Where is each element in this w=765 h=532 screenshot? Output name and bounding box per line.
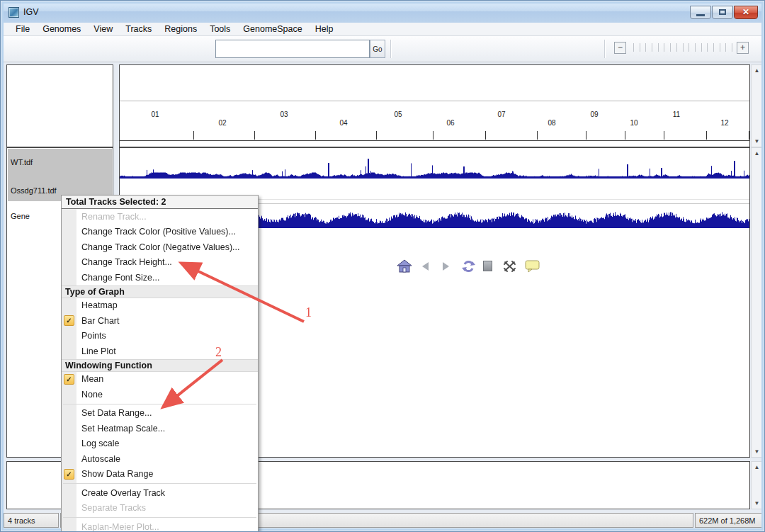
chromosome-label-09[interactable]: 09 [590, 111, 598, 118]
chromosome-label-06[interactable]: 06 [446, 119, 454, 127]
scroll-up-icon[interactable]: ▲ [752, 148, 762, 159]
menu-help[interactable]: Help [309, 23, 340, 35]
minimize-button[interactable] [690, 6, 711, 19]
zoom-tick[interactable] [640, 43, 640, 52]
chromosome-label-04[interactable]: 04 [339, 119, 347, 127]
go-button[interactable]: Go [370, 40, 385, 58]
zoom-tick[interactable] [670, 43, 671, 52]
menu-item-kaplan-meier-plot[interactable]: Kaplan-Meier Plot... [62, 519, 258, 532]
menu-item-set-heatmap-scale[interactable]: Set Heatmap Scale... [62, 421, 258, 436]
menu-item-change-track-height[interactable]: Change Track Height... [62, 255, 258, 271]
chromosome-tick [485, 131, 486, 140]
close-icon: ✕ [742, 7, 749, 17]
main-scrollbar[interactable]: ▲ ▼ [751, 147, 763, 458]
zoom-tick[interactable] [720, 43, 720, 52]
chromosome-ruler[interactable]: 010203040506070809101112 [119, 64, 750, 147]
scroll-down-icon[interactable]: ▼ [752, 498, 762, 509]
menu-regions[interactable]: Regions [158, 23, 203, 35]
menu-section-windowing-function: Windowing Function [62, 359, 258, 372]
menu-view[interactable]: View [87, 23, 119, 35]
chromosome-label-03[interactable]: 03 [280, 111, 288, 118]
menu-item-label: None [76, 390, 103, 400]
menu-item-set-data-range[interactable]: Set Data Range... [62, 406, 258, 421]
menu-file[interactable]: File [9, 23, 36, 35]
menu-item-label: Set Heatmap Scale... [76, 424, 165, 434]
chromosome-label-01[interactable]: 01 [151, 111, 159, 118]
menu-item-label: Create Overlay Track [76, 488, 165, 498]
zoom-tick[interactable] [676, 43, 677, 52]
title-bar[interactable]: IGV ✕ [1, 1, 764, 23]
menu-item-change-track-color-positive-values[interactable]: Change Track Color (Positive Values)... [62, 225, 258, 240]
zoom-tick[interactable] [688, 43, 689, 52]
menu-item-heatmap[interactable]: Heatmap [62, 298, 258, 314]
wt-track-data[interactable] [120, 157, 749, 179]
chromosome-label-05[interactable]: 05 [394, 111, 402, 118]
menu-genomes[interactable]: Genomes [36, 23, 87, 35]
menu-item-separate-tracks[interactable]: Separate Tracks [62, 501, 258, 516]
scroll-down-icon[interactable]: ▼ [752, 446, 762, 457]
menu-item-bar-chart[interactable]: ✓Bar Chart [62, 313, 258, 329]
bottom-scrollbar[interactable]: ▲ ▼ [751, 461, 763, 509]
scroll-up-icon[interactable]: ▲ [752, 65, 762, 76]
maximize-button[interactable] [712, 6, 733, 19]
zoom-tick[interactable] [645, 43, 646, 52]
locus-search-input[interactable] [215, 40, 370, 58]
menu-item-rename-track[interactable]: Rename Track... [62, 209, 258, 225]
chromosome-tick [625, 131, 625, 140]
zoom-tick[interactable] [658, 43, 659, 52]
menu-item-autoscale[interactable]: Autoscale [62, 451, 258, 467]
menu-genomespace[interactable]: GenomeSpace [237, 23, 308, 35]
menu-item-line-plot[interactable]: Line Plot [62, 344, 258, 359]
zoom-out-button[interactable]: − [614, 42, 626, 54]
menu-item-show-data-range[interactable]: ✓Show Data Range [62, 467, 258, 482]
track-name-gene[interactable]: Gene [11, 212, 30, 220]
fit-to-window-button[interactable] [502, 260, 516, 273]
menu-item-points[interactable]: Points [62, 329, 258, 344]
zoom-slider[interactable] [633, 43, 732, 52]
menu-item-create-overlay-track[interactable]: Create Overlay Track [62, 485, 258, 501]
chromosome-label-08[interactable]: 08 [548, 119, 555, 127]
menu-item-change-font-size[interactable]: Change Font Size... [62, 270, 258, 285]
zoom-tick[interactable] [695, 43, 696, 52]
menu-item-label: Rename Track... [76, 212, 147, 222]
back-button[interactable] [420, 261, 430, 272]
menu-section-type-of-graph: Type of Graph [62, 285, 258, 298]
menu-tools[interactable]: Tools [203, 23, 237, 35]
home-button[interactable] [396, 259, 413, 274]
menu-item-mean[interactable]: ✓Mean [62, 372, 258, 387]
ruler-name-panel [6, 64, 113, 147]
home-icon [397, 259, 412, 273]
zoom-tick[interactable] [713, 43, 714, 52]
zoom-tick[interactable] [652, 43, 652, 52]
track-name-ossdg711[interactable]: Ossdg711.tdf [11, 186, 57, 195]
menu-item-log-scale[interactable]: Log scale [62, 436, 258, 452]
zoom-tick[interactable] [732, 43, 732, 52]
chromosome-label-07[interactable]: 07 [497, 111, 505, 118]
refresh-button[interactable] [460, 259, 477, 274]
zoom-in-button[interactable]: + [737, 42, 749, 54]
ruler-scrollbar[interactable]: ▲ ▼ [751, 64, 763, 147]
zoom-tick[interactable] [664, 43, 664, 52]
menu-separator [62, 402, 258, 406]
scroll-up-icon[interactable]: ▲ [752, 462, 762, 472]
forward-button[interactable] [441, 261, 450, 272]
menu-item-change-track-color-negative-values[interactable]: Change Track Color (Negative Values)... [62, 239, 258, 255]
zoom-tick[interactable] [683, 43, 684, 52]
back-icon [422, 262, 429, 271]
track-name-wt[interactable]: WT.tdf [11, 158, 33, 166]
popup-text-toggle-button[interactable] [523, 259, 540, 273]
chromosome-label-11[interactable]: 11 [673, 111, 680, 118]
scroll-down-icon[interactable]: ▼ [752, 136, 762, 147]
close-button[interactable]: ✕ [734, 6, 758, 19]
define-region-button[interactable] [482, 260, 493, 273]
chromosome-label-02[interactable]: 02 [218, 119, 226, 127]
menu-item-label: Kaplan-Meier Plot... [76, 522, 159, 532]
menu-item-none[interactable]: None [62, 387, 258, 402]
menu-tracks[interactable]: Tracks [119, 23, 158, 35]
zoom-tick[interactable] [725, 43, 726, 52]
chromosome-label-10[interactable]: 10 [630, 119, 638, 127]
zoom-tick[interactable] [707, 43, 708, 52]
zoom-tick[interactable] [701, 43, 702, 52]
chromosome-label-12[interactable]: 12 [720, 119, 728, 127]
zoom-tick[interactable] [633, 43, 634, 52]
